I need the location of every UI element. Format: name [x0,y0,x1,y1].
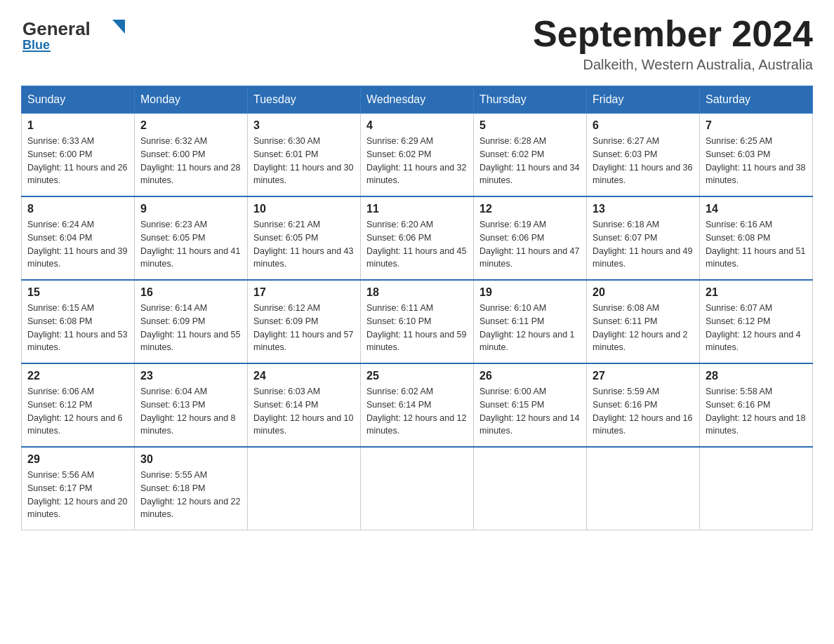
calendar-week-row: 29Sunrise: 5:56 AMSunset: 6:17 PMDayligh… [22,447,813,530]
day-info: Sunrise: 5:58 AMSunset: 6:16 PMDaylight:… [706,385,807,438]
day-number: 16 [140,286,241,299]
svg-text:General: General [22,18,91,39]
day-info: Sunrise: 6:32 AMSunset: 6:00 PMDaylight:… [140,135,241,187]
calendar-day-cell: 26Sunrise: 6:00 AMSunset: 6:15 PMDayligh… [474,363,587,447]
calendar-title: September 2024 [533,14,813,54]
header: General Blue September 2024 Dalkeith, We… [21,14,813,73]
calendar-day-cell: 15Sunrise: 6:15 AMSunset: 6:08 PMDayligh… [22,280,135,363]
calendar-day-cell: 24Sunrise: 6:03 AMSunset: 6:14 PMDayligh… [248,363,361,447]
calendar-day-cell: 16Sunrise: 6:14 AMSunset: 6:09 PMDayligh… [135,280,248,363]
day-number: 10 [253,203,355,215]
day-info: Sunrise: 6:07 AMSunset: 6:12 PMDaylight:… [706,302,807,354]
calendar-day-cell [361,447,474,530]
calendar-day-cell [474,447,587,530]
day-number: 13 [593,203,694,215]
day-number: 2 [140,119,241,132]
day-info: Sunrise: 6:30 AMSunset: 6:01 PMDaylight:… [253,135,355,187]
day-number: 26 [479,370,581,382]
day-number: 3 [253,119,355,132]
day-info: Sunrise: 5:55 AMSunset: 6:18 PMDaylight:… [140,469,241,521]
day-info: Sunrise: 6:16 AMSunset: 6:08 PMDaylight:… [706,218,807,271]
calendar-day-cell: 28Sunrise: 5:58 AMSunset: 6:16 PMDayligh… [700,363,813,447]
day-info: Sunrise: 6:08 AMSunset: 6:11 PMDaylight:… [593,302,694,354]
calendar-day-cell: 21Sunrise: 6:07 AMSunset: 6:12 PMDayligh… [700,280,813,363]
calendar-day-cell: 8Sunrise: 6:24 AMSunset: 6:04 PMDaylight… [22,196,135,280]
calendar-day-cell: 19Sunrise: 6:10 AMSunset: 6:11 PMDayligh… [474,280,587,363]
calendar-day-cell: 22Sunrise: 6:06 AMSunset: 6:12 PMDayligh… [22,363,135,447]
weekday-header-wednesday: Wednesday [361,86,474,114]
day-info: Sunrise: 6:27 AMSunset: 6:03 PMDaylight:… [593,135,694,187]
calendar-day-cell: 10Sunrise: 6:21 AMSunset: 6:05 PMDayligh… [248,196,361,280]
calendar-day-cell: 27Sunrise: 5:59 AMSunset: 6:16 PMDayligh… [587,363,700,447]
calendar-week-row: 22Sunrise: 6:06 AMSunset: 6:12 PMDayligh… [22,363,813,447]
calendar-day-cell: 30Sunrise: 5:55 AMSunset: 6:18 PMDayligh… [135,447,248,530]
calendar-day-cell: 17Sunrise: 6:12 AMSunset: 6:09 PMDayligh… [248,280,361,363]
day-info: Sunrise: 6:28 AMSunset: 6:02 PMDaylight:… [479,135,581,187]
weekday-header-row: SundayMondayTuesdayWednesdayThursdayFrid… [22,86,813,114]
day-info: Sunrise: 6:20 AMSunset: 6:06 PMDaylight:… [366,218,468,271]
calendar-day-cell: 20Sunrise: 6:08 AMSunset: 6:11 PMDayligh… [587,280,700,363]
day-info: Sunrise: 6:21 AMSunset: 6:05 PMDaylight:… [253,218,355,271]
day-number: 5 [479,119,581,132]
day-number: 20 [593,286,694,299]
calendar-day-cell: 7Sunrise: 6:25 AMSunset: 6:03 PMDaylight… [700,114,813,197]
calendar-day-cell: 1Sunrise: 6:33 AMSunset: 6:00 PMDaylight… [22,114,135,197]
day-number: 19 [479,286,581,299]
weekday-header-friday: Friday [587,86,700,114]
calendar-table: SundayMondayTuesdayWednesdayThursdayFrid… [21,86,813,530]
day-number: 29 [27,453,128,466]
calendar-day-cell: 18Sunrise: 6:11 AMSunset: 6:10 PMDayligh… [361,280,474,363]
logo-svg: General Blue [21,14,133,53]
day-info: Sunrise: 6:03 AMSunset: 6:14 PMDaylight:… [253,385,355,438]
day-number: 9 [140,203,241,215]
day-info: Sunrise: 6:00 AMSunset: 6:15 PMDaylight:… [479,385,581,438]
calendar-day-cell: 3Sunrise: 6:30 AMSunset: 6:01 PMDaylight… [248,114,361,197]
day-info: Sunrise: 6:15 AMSunset: 6:08 PMDaylight:… [27,302,128,354]
day-info: Sunrise: 5:59 AMSunset: 6:16 PMDaylight:… [593,385,694,438]
calendar-day-cell: 25Sunrise: 6:02 AMSunset: 6:14 PMDayligh… [361,363,474,447]
day-number: 6 [593,119,694,132]
logo: General Blue [21,14,133,53]
weekday-header-monday: Monday [135,86,248,114]
svg-marker-1 [112,20,125,34]
day-info: Sunrise: 6:29 AMSunset: 6:02 PMDaylight:… [366,135,468,187]
title-area: September 2024 Dalkeith, Western Austral… [533,14,813,73]
day-info: Sunrise: 6:10 AMSunset: 6:11 PMDaylight:… [479,302,581,354]
day-info: Sunrise: 6:12 AMSunset: 6:09 PMDaylight:… [253,302,355,354]
day-number: 30 [140,453,241,466]
day-info: Sunrise: 6:14 AMSunset: 6:09 PMDaylight:… [140,302,241,354]
calendar-day-cell [248,447,361,530]
day-number: 24 [253,370,355,382]
day-number: 4 [366,119,468,132]
calendar-day-cell: 11Sunrise: 6:20 AMSunset: 6:06 PMDayligh… [361,196,474,280]
calendar-week-row: 1Sunrise: 6:33 AMSunset: 6:00 PMDaylight… [22,114,813,197]
day-number: 28 [706,370,807,382]
day-info: Sunrise: 6:06 AMSunset: 6:12 PMDaylight:… [27,385,128,438]
weekday-header-sunday: Sunday [22,86,135,114]
day-info: Sunrise: 6:33 AMSunset: 6:00 PMDaylight:… [27,135,128,187]
calendar-day-cell: 6Sunrise: 6:27 AMSunset: 6:03 PMDaylight… [587,114,700,197]
calendar-day-cell [587,447,700,530]
calendar-day-cell: 9Sunrise: 6:23 AMSunset: 6:05 PMDaylight… [135,196,248,280]
day-number: 12 [479,203,581,215]
weekday-header-thursday: Thursday [474,86,587,114]
calendar-day-cell: 14Sunrise: 6:16 AMSunset: 6:08 PMDayligh… [700,196,813,280]
day-number: 17 [253,286,355,299]
calendar-day-cell [700,447,813,530]
day-number: 27 [593,370,694,382]
calendar-day-cell: 29Sunrise: 5:56 AMSunset: 6:17 PMDayligh… [22,447,135,530]
day-number: 18 [366,286,468,299]
calendar-day-cell: 2Sunrise: 6:32 AMSunset: 6:00 PMDaylight… [135,114,248,197]
calendar-day-cell: 23Sunrise: 6:04 AMSunset: 6:13 PMDayligh… [135,363,248,447]
day-number: 22 [27,370,128,382]
day-info: Sunrise: 6:18 AMSunset: 6:07 PMDaylight:… [593,218,694,271]
day-number: 1 [27,119,128,132]
day-number: 7 [706,119,807,132]
day-number: 14 [706,203,807,215]
day-info: Sunrise: 6:02 AMSunset: 6:14 PMDaylight:… [366,385,468,438]
day-number: 8 [27,203,128,215]
day-info: Sunrise: 6:11 AMSunset: 6:10 PMDaylight:… [366,302,468,354]
day-number: 21 [706,286,807,299]
day-number: 15 [27,286,128,299]
svg-text:Blue: Blue [22,38,50,52]
